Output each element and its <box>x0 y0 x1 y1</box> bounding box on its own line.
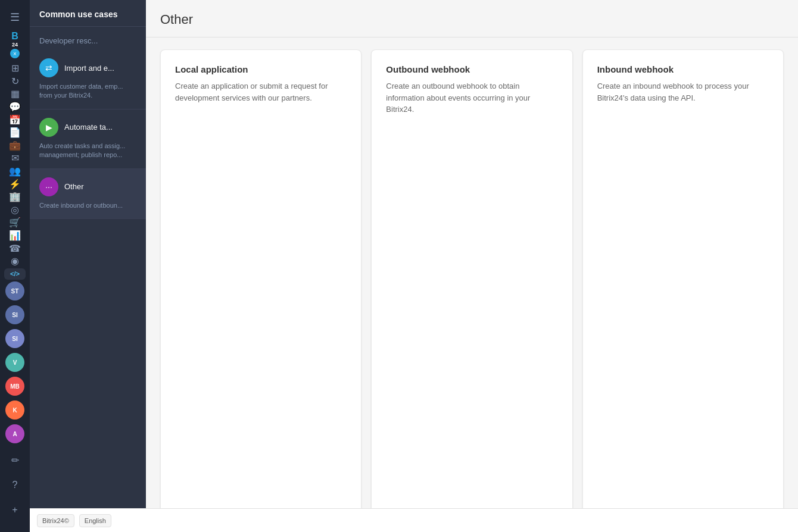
main-header: Other <box>146 0 798 37</box>
nav-building[interactable]: 🏢 <box>4 191 26 203</box>
bottom-bar: Bitrix24© English <box>30 508 798 532</box>
card-outbound-webhook[interactable]: Outbound webhook Create an outbound webh… <box>371 49 572 520</box>
other-name: Other <box>64 182 84 191</box>
left-panel-header: Common use cases <box>30 0 146 27</box>
automate-tasks-icon: ▶ <box>39 118 58 137</box>
page-title: Other <box>160 12 784 27</box>
use-case-automate-tasks[interactable]: ▶ Automate ta... Auto create tasks and a… <box>30 109 146 169</box>
nav-edit[interactable]: ✏ <box>4 449 26 471</box>
avatar-si1[interactable]: SI <box>5 305 24 324</box>
import-export-desc: Import customer data, emp... from your B… <box>39 82 136 101</box>
avatar-k[interactable]: K <box>5 400 24 420</box>
use-case-icon-row-import: ⇄ Import and e... <box>39 58 136 77</box>
sidebar-narrow: ☰ B 24 × ⊞ ↻ ▦ 💬 📅 📄 💼 ✉ 👥 ⚡ 🏢 ◎ 🛒 📊 ☎ ◉… <box>0 0 30 532</box>
avatar-v[interactable]: V <box>5 353 24 372</box>
card-outbound-webhook-desc: Create an outbound webhook to obtain inf… <box>386 80 557 115</box>
card-outbound-webhook-title: Outbound webhook <box>386 64 557 74</box>
nav-filter[interactable]: ⚡ <box>4 178 26 190</box>
nav-telephony[interactable]: ☎ <box>4 242 26 254</box>
nav-mail[interactable]: ✉ <box>4 152 26 164</box>
automate-tasks-name: Automate ta... <box>64 123 113 132</box>
language-badge[interactable]: English <box>79 514 111 527</box>
nav-shop[interactable]: 🛒 <box>4 217 26 229</box>
hamburger-menu-button[interactable]: ☰ <box>5 6 24 29</box>
automate-tasks-desc: Auto create tasks and assig... managemen… <box>39 142 136 160</box>
nav-calendar[interactable]: 📅 <box>4 114 26 126</box>
main-content: Other Local application Create an applic… <box>146 0 798 532</box>
use-case-other[interactable]: ··· Other Create inbound or outboun... <box>30 169 146 219</box>
import-export-icon: ⇄ <box>39 58 58 77</box>
use-case-icon-row-automate: ▶ Automate ta... <box>39 118 136 137</box>
nav-code[interactable]: </> <box>4 268 26 280</box>
card-inbound-webhook-title: Inbound webhook <box>597 64 769 74</box>
nav-target[interactable]: ◎ <box>4 204 26 216</box>
avatar-st[interactable]: ST <box>5 281 24 301</box>
other-desc: Create inbound or outboun... <box>39 201 136 210</box>
avatar-mb[interactable]: MB <box>5 377 24 396</box>
nav-help[interactable]: ? <box>4 474 26 496</box>
use-case-import-export[interactable]: ⇄ Import and e... Import customer data, … <box>30 50 146 109</box>
import-export-name: Import and e... <box>64 64 114 73</box>
cards-area: Local application Create an application … <box>146 37 798 532</box>
nav-home[interactable]: ⊞ <box>4 62 26 74</box>
nav-analytics[interactable]: 📊 <box>4 230 26 242</box>
card-local-application-title: Local application <box>175 64 347 74</box>
use-case-icon-row-other: ··· Other <box>39 177 136 196</box>
nav-documents[interactable]: 📄 <box>4 127 26 139</box>
nav-crm[interactable]: 💼 <box>4 140 26 152</box>
other-icon: ··· <box>39 177 58 196</box>
nav-chat[interactable]: 💬 <box>4 101 26 113</box>
bitrix-logo: B <box>11 31 18 42</box>
nav-activity[interactable]: ↻ <box>4 76 26 87</box>
left-panel: Common use cases Developer resc... ⇄ Imp… <box>30 0 146 532</box>
nav-layout[interactable]: ▦ <box>4 88 26 100</box>
nav-add[interactable]: + <box>4 499 26 521</box>
logo-24: 24 <box>12 42 18 48</box>
close-tab-button[interactable]: × <box>10 49 20 58</box>
card-inbound-webhook[interactable]: Inbound webhook Create an inbound webhoo… <box>582 49 784 520</box>
card-inbound-webhook-desc: Create an inbound webhook to process you… <box>597 80 769 104</box>
sidebar-bottom: ST SI SI V MB K A ✏ ? + <box>4 280 26 526</box>
nav-feed[interactable]: ◉ <box>4 255 26 267</box>
card-local-application[interactable]: Local application Create an application … <box>160 49 361 520</box>
avatar-si2[interactable]: SI <box>5 329 24 348</box>
common-use-cases-title: Common use cases <box>39 10 136 19</box>
card-local-application-desc: Create an application or submit a reques… <box>175 80 347 104</box>
bitrix24-badge[interactable]: Bitrix24© <box>37 514 74 527</box>
dev-resources-label: Developer resc... <box>30 27 146 50</box>
avatar-a[interactable]: A <box>5 424 24 443</box>
nav-people[interactable]: 👥 <box>4 165 26 177</box>
